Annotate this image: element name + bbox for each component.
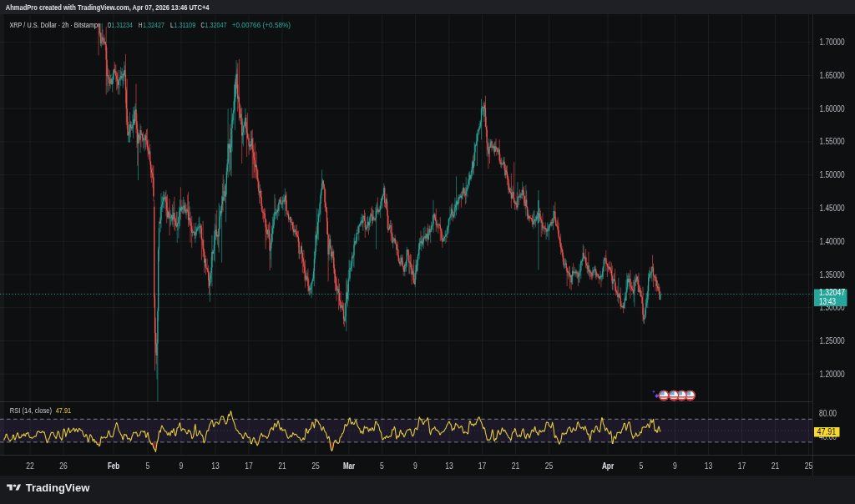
svg-text:9: 9 [180, 461, 184, 471]
svg-text:5: 5 [640, 461, 644, 471]
svg-text:1.32047: 1.32047 [819, 287, 845, 297]
svg-text:H: H [139, 20, 142, 29]
svg-text:47.91: 47.91 [56, 406, 71, 415]
svg-text:+0.00766 (+0.58%): +0.00766 (+0.58%) [232, 20, 291, 29]
svg-text:1.45000: 1.45000 [820, 203, 845, 213]
svg-text:13: 13 [211, 461, 220, 471]
svg-text:21: 21 [512, 461, 520, 471]
svg-text:13:43: 13:43 [819, 297, 836, 306]
svg-text:80.00: 80.00 [819, 408, 837, 418]
svg-text:21: 21 [772, 461, 780, 471]
svg-text:1.65000: 1.65000 [820, 70, 845, 80]
svg-text:RSI (14, close): RSI (14, close) [10, 406, 52, 415]
svg-text:17: 17 [738, 461, 746, 471]
svg-text:1.50000: 1.50000 [820, 169, 845, 179]
svg-text:13: 13 [705, 461, 713, 471]
svg-text:AhmadPro created with TradingV: AhmadPro created with TradingView.com, A… [6, 3, 210, 12]
svg-text:21: 21 [278, 461, 286, 471]
svg-text:47.91: 47.91 [817, 427, 837, 436]
svg-text:1.35000: 1.35000 [820, 270, 845, 280]
svg-text:C: C [201, 20, 205, 29]
svg-text:TradingView: TradingView [26, 481, 90, 494]
svg-text:1.55000: 1.55000 [820, 136, 845, 146]
svg-text:1.70000: 1.70000 [820, 37, 845, 47]
svg-text:1.32427: 1.32427 [143, 20, 164, 29]
svg-text:Apr: Apr [602, 461, 615, 471]
svg-text:9: 9 [413, 461, 417, 471]
svg-text:Feb: Feb [108, 461, 119, 471]
svg-text:L: L [170, 20, 174, 29]
svg-text:25: 25 [311, 461, 320, 471]
svg-text:9: 9 [673, 461, 677, 471]
svg-text:1.31109: 1.31109 [174, 20, 195, 29]
svg-text:1.60000: 1.60000 [820, 103, 845, 113]
svg-text:17: 17 [478, 461, 487, 471]
svg-text:26: 26 [59, 461, 68, 471]
svg-text:25: 25 [805, 461, 813, 471]
svg-text:Mar: Mar [343, 461, 356, 471]
svg-text:1.25000: 1.25000 [820, 335, 845, 345]
svg-text:17: 17 [245, 461, 253, 471]
svg-text:1.32047: 1.32047 [205, 20, 227, 29]
svg-text:1.31234: 1.31234 [111, 20, 133, 29]
svg-text:XRP / U.S. Dollar · 2h · Bitst: XRP / U.S. Dollar · 2h · Bitstamp [10, 20, 99, 29]
svg-text:1.20000: 1.20000 [820, 369, 845, 379]
svg-text:5: 5 [146, 461, 150, 471]
svg-text:22: 22 [26, 461, 34, 471]
svg-text:13: 13 [445, 461, 453, 471]
svg-text:25: 25 [545, 461, 554, 471]
svg-text:5: 5 [380, 461, 384, 471]
svg-text:1.40000: 1.40000 [820, 236, 845, 246]
